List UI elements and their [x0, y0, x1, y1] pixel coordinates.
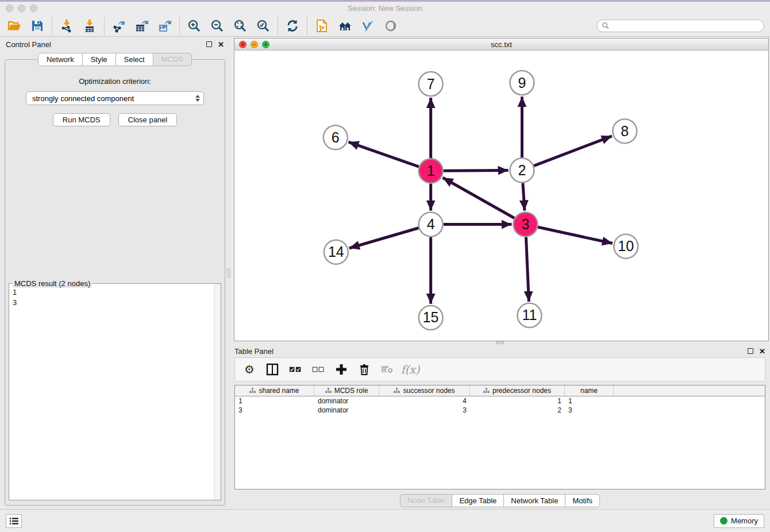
cell-successor-nodes[interactable]: 4 [379, 396, 470, 406]
table-settings-button[interactable]: ⚙ [243, 363, 256, 376]
zoom-out-button[interactable] [210, 18, 225, 33]
new-network-from-selection-button[interactable] [314, 18, 329, 33]
close-panel-button[interactable]: Close panel [118, 113, 178, 126]
table-row[interactable]: 3 dominator 3 2 3 [235, 406, 765, 415]
task-history-button[interactable] [6, 514, 22, 528]
tab-motifs[interactable]: Motifs [565, 494, 600, 507]
plus-icon [335, 363, 348, 376]
export-table-button[interactable] [134, 18, 149, 33]
result-scrollbar[interactable] [214, 284, 221, 500]
export-image-button[interactable] [157, 18, 172, 33]
network-graph[interactable]: 7968124314101511 [234, 51, 768, 341]
graph-edge-2-3[interactable] [523, 183, 525, 210]
main-toolbar [0, 15, 770, 37]
column-label: shared name [259, 387, 299, 395]
select-stepper-icon [195, 95, 200, 102]
column-header-mcds-role[interactable]: MCDS role [314, 385, 379, 396]
function-builder-button[interactable]: f(x) [404, 363, 417, 376]
tab-network[interactable]: Network [38, 53, 82, 66]
hide-eye-icon [361, 19, 375, 33]
graph-edge-3-1[interactable] [443, 178, 515, 218]
criterion-select[interactable]: strongly connected component [26, 91, 204, 105]
cell-mcds-role[interactable]: dominator [314, 406, 379, 415]
float-panel-icon[interactable] [206, 41, 212, 47]
table-tabs: Node Table Edge Table Network Table Moti… [234, 492, 765, 509]
mcds-result-text[interactable]: 1 3 [9, 284, 214, 500]
delete-column-button[interactable] [358, 363, 371, 376]
select-all-columns-button[interactable] [289, 363, 302, 376]
network-window-titlebar[interactable]: × − + scc.txt [234, 38, 768, 51]
graph-node-label-4: 4 [427, 216, 435, 232]
import-network-button[interactable] [59, 18, 74, 33]
hide-selected-button[interactable] [360, 18, 375, 33]
graph-edge-4-14[interactable] [349, 228, 419, 248]
open-session-button[interactable] [7, 18, 22, 33]
memory-button[interactable]: Memory [714, 514, 764, 528]
import-table-button[interactable] [82, 18, 97, 33]
cell-shared-name[interactable]: 1 [235, 396, 314, 406]
table-row[interactable]: 1 dominator 4 1 1 [235, 396, 765, 406]
graph-edge-3-10[interactable] [538, 227, 613, 243]
search-input[interactable] [609, 22, 759, 30]
graph-edge-1-6[interactable] [348, 142, 418, 167]
trash-icon [358, 363, 371, 376]
zoom-in-button[interactable] [187, 18, 202, 33]
cell-predecessor-nodes[interactable]: 2 [470, 406, 565, 415]
first-neighbors-button[interactable] [337, 18, 352, 33]
deselect-all-columns-button[interactable] [312, 363, 325, 376]
export-image-icon [158, 19, 172, 33]
tab-style[interactable]: Style [82, 53, 116, 66]
export-table-icon [135, 19, 149, 33]
search-box[interactable] [596, 20, 764, 32]
houses-icon [338, 19, 352, 33]
cell-predecessor-nodes[interactable]: 1 [470, 396, 565, 406]
run-mcds-button[interactable]: Run MCDS [53, 113, 110, 126]
tab-mcds[interactable]: MCDS [153, 53, 192, 66]
cell-name[interactable]: 3 [565, 406, 614, 415]
cell-name[interactable]: 1 [565, 396, 614, 406]
zoom-selected-button[interactable] [256, 18, 271, 33]
graph-node-label-9: 9 [518, 75, 526, 91]
graph-node-label-11: 11 [522, 307, 537, 323]
column-header-successor-nodes[interactable]: successor nodes [379, 385, 470, 396]
column-header-name[interactable]: name [565, 385, 614, 396]
refresh-button[interactable] [285, 18, 300, 33]
column-label: name [580, 387, 598, 395]
import-network-icon [60, 19, 74, 33]
show-all-button[interactable] [383, 18, 398, 33]
tab-edge-table[interactable]: Edge Table [452, 494, 503, 507]
graph-node-label-3: 3 [522, 216, 530, 232]
splitter-handle[interactable] [496, 341, 504, 344]
column-header-shared-name[interactable]: shared name [235, 385, 314, 396]
close-table-panel-icon[interactable]: ✕ [759, 348, 765, 355]
table-panel-title: Table Panel [234, 347, 274, 356]
zoom-in-icon [187, 19, 201, 33]
cell-shared-name[interactable]: 3 [235, 406, 314, 415]
panel-splitter-handle[interactable] [227, 268, 230, 277]
save-session-button[interactable] [30, 18, 45, 33]
graph-edge-3-11[interactable] [526, 237, 529, 302]
graph-edge-2-8[interactable] [534, 136, 612, 166]
tab-network-table[interactable]: Network Table [503, 494, 565, 507]
column-label: predecessor nodes [492, 387, 551, 395]
horizontal-splitter[interactable] [230, 341, 770, 345]
zoom-selected-icon [256, 19, 270, 33]
table-header: shared name MCDS role [235, 385, 765, 396]
float-table-panel-icon[interactable] [748, 348, 753, 354]
cell-successor-nodes[interactable]: 3 [379, 406, 470, 415]
graph-edge-1-2[interactable] [444, 171, 509, 171]
create-column-button[interactable] [335, 363, 348, 376]
show-columns-button[interactable] [266, 363, 279, 376]
zoom-fit-button[interactable] [233, 18, 248, 33]
memory-label: Memory [731, 516, 758, 525]
close-panel-icon[interactable]: ✕ [218, 41, 224, 48]
network-canvas[interactable]: 7968124314101511 [234, 51, 768, 341]
delete-table-button[interactable] [381, 363, 394, 376]
tab-node-table[interactable]: Node Table [400, 494, 452, 507]
sort-tree-icon [483, 388, 490, 394]
column-header-predecessor-nodes[interactable]: predecessor nodes [470, 385, 565, 396]
export-network-button[interactable] [111, 18, 126, 33]
cell-mcds-role[interactable]: dominator [314, 396, 379, 406]
sort-tree-icon [394, 388, 400, 394]
tab-select[interactable]: Select [116, 53, 153, 66]
